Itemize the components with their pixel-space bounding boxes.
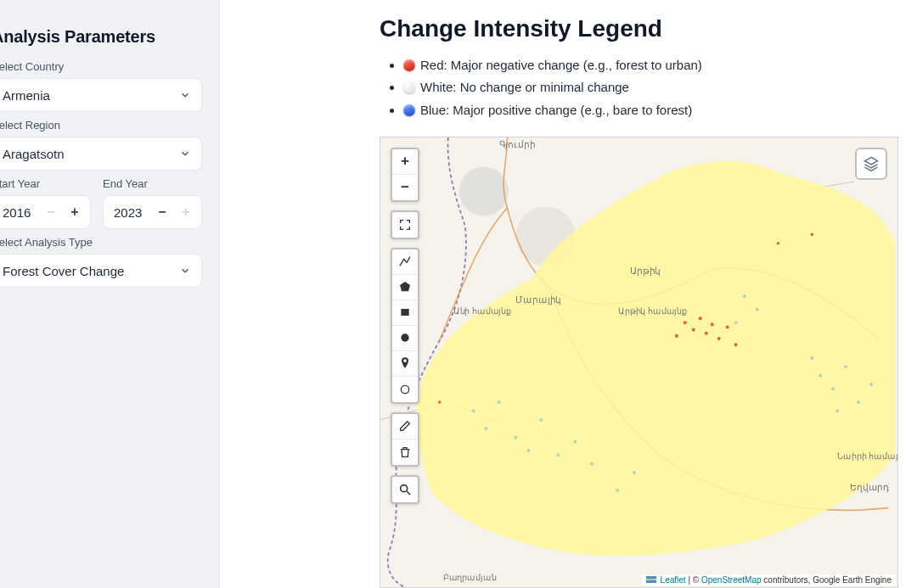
circle-icon [398,331,412,344]
svg-point-9 [616,489,619,492]
edit-layers-button[interactable] [392,414,418,440]
layers-button[interactable] [855,148,887,180]
svg-point-7 [573,440,577,443]
svg-point-44 [401,484,408,491]
svg-point-16 [835,409,839,412]
start-year-label: Start Year [0,177,91,190]
inspector-control [391,475,419,504]
start-year-increment[interactable]: + [65,202,85,222]
legend-item-white: White: No change or minimal change [403,76,898,98]
end-year-stepper[interactable]: 2023 − + [103,195,202,229]
end-year-decrement[interactable]: − [152,202,172,222]
main: Change Intensity Legend Red: Major negat… [220,0,917,588]
svg-text:Մարալիկ: Մարալիկ [515,294,561,305]
svg-point-19 [756,307,759,311]
svg-point-14 [857,400,860,404]
svg-line-45 [407,491,410,495]
svg-text:Նաիրի համայնք: Նաիրի համայնք [837,451,897,462]
svg-point-26 [717,337,721,340]
svg-point-18 [743,294,746,298]
svg-text:Եղվարդ: Եղվարդ [850,481,890,492]
svg-text:Բաղրամյան: Բաղրամյան [443,572,497,582]
zoom-out-button[interactable]: − [392,175,418,200]
trash-icon [398,445,412,459]
start-year-stepper[interactable]: 2016 − + [0,195,91,229]
svg-point-20 [734,321,738,324]
fullscreen-icon [398,218,412,232]
analysis-type-label: Select Analysis Type [0,236,202,249]
chevron-down-icon [179,265,191,277]
magnifier-icon [398,483,412,496]
edit-tools [391,412,419,467]
sidebar: Analysis Parameters Select Country Armen… [0,0,220,588]
end-year-label: End Year [103,177,202,190]
svg-text:Գյումրի: Գյումրի [499,139,536,150]
circlemarker-icon [398,383,412,396]
draw-polyline-button[interactable] [392,249,418,275]
chevron-down-icon [179,148,191,160]
svg-point-22 [692,328,695,331]
map-svg: Գյումրի Արթիկ Մարալիկ Անի համայնք Արթիկ … [380,137,897,587]
fullscreen-control [391,210,419,239]
svg-point-17 [810,356,813,360]
swatch-red-icon [403,59,415,71]
svg-point-21 [684,321,687,324]
start-year-value: 2016 [3,205,37,220]
end-year-increment: + [176,202,196,222]
swatch-blue-icon [403,104,415,116]
svg-point-23 [699,316,702,320]
rectangle-icon [398,305,412,319]
legend-item-red: Red: Major negative change (e.g., forest… [403,54,898,76]
map[interactable]: Գյումրի Արթիկ Մարալիկ Անի համայնք Արթիկ … [380,137,898,588]
svg-point-3 [514,435,517,439]
country-value: Armenia [3,88,179,103]
sidebar-title: Analysis Parameters [0,27,202,47]
svg-text:Անի համայնք: Անի համայնք [453,306,511,316]
region-select[interactable]: Aragatsotn [0,137,202,171]
edit-icon [398,419,412,433]
zoom-control: + − [391,148,419,202]
layers-icon [863,155,880,172]
svg-point-5 [539,417,543,421]
zoom-in-button[interactable]: + [392,149,418,175]
svg-point-31 [811,232,813,236]
fullscreen-button[interactable] [392,212,418,238]
chevron-down-icon [179,89,191,101]
region-value: Aragatsotn [3,147,179,161]
svg-point-4 [526,449,530,452]
polyline-icon [398,255,412,268]
svg-point-30 [777,242,779,245]
overlay-region [417,161,895,556]
svg-point-42 [401,334,408,342]
analysis-type-select[interactable]: Forest Cover Change [0,254,202,288]
svg-point-43 [401,385,408,393]
draw-circlemarker-button[interactable] [392,377,418,402]
inspector-button[interactable] [392,477,418,502]
analysis-type-value: Forest Cover Change [3,264,179,278]
delete-layers-button[interactable] [392,440,418,465]
country-select[interactable]: Armenia [0,78,202,112]
leaflet-link[interactable]: Leaflet [661,575,686,585]
draw-marker-button[interactable] [392,351,418,377]
svg-point-27 [675,334,678,338]
legend-title: Change Intensity Legend [380,15,898,42]
draw-tools [391,248,419,404]
svg-point-15 [869,383,873,386]
draw-circle-button[interactable] [392,326,418,351]
svg-point-12 [831,387,835,390]
svg-text:Արթիկ: Արթիկ [630,266,661,277]
svg-point-28 [726,325,729,328]
draw-rectangle-button[interactable] [392,300,418,326]
draw-polygon-button[interactable] [392,275,418,300]
ukraine-flag-icon [646,576,656,583]
map-attribution: Leaflet | © OpenStreetMap contributors, … [642,574,896,585]
osm-link[interactable]: OpenStreetMap [701,575,762,585]
country-label: Select Country [0,60,202,73]
swatch-white-icon [403,81,415,93]
start-year-decrement: − [41,202,61,222]
year-row: Start Year 2016 − + End Year 2023 − + [0,171,202,229]
svg-point-1 [485,427,488,430]
polygon-icon [398,280,412,294]
svg-point-29 [734,343,738,346]
region-label: Select Region [0,119,202,132]
